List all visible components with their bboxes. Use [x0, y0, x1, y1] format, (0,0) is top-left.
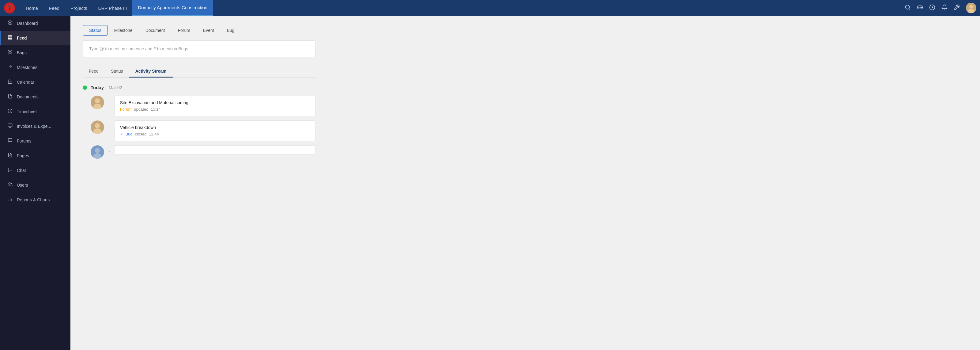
- activity-card[interactable]: Site Excavation and Material sorting For…: [114, 96, 315, 116]
- svg-point-27: [9, 183, 10, 184]
- feed-tab-activity[interactable]: Activity Stream: [129, 66, 173, 78]
- svg-rect-14: [8, 37, 12, 38]
- activity-card[interactable]: [114, 145, 315, 155]
- sidebar: Dashboard Feed Bugs Milestones Calendar: [0, 16, 70, 350]
- nav-item-erp[interactable]: ERP Phase III: [92, 0, 132, 16]
- activity-card[interactable]: Vehicle breakdown ✓ Bug closed 12:44: [114, 120, 315, 141]
- activity-meta: Forum updated 15:14: [120, 107, 310, 112]
- arrow-icon: ›: [108, 96, 110, 104]
- clock-icon[interactable]: [929, 4, 935, 12]
- nav-item-project[interactable]: Donnelly Apartments Construction: [132, 0, 213, 16]
- sidebar-label-timesheet: Timesheet: [17, 109, 37, 114]
- sidebar-label-documents: Documents: [17, 94, 38, 99]
- nav-item-home[interactable]: Home: [20, 0, 43, 16]
- forums-icon: [7, 138, 13, 144]
- nav-icons: [905, 3, 976, 13]
- calendar-icon: [7, 79, 13, 85]
- avatar: [91, 96, 104, 109]
- pages-icon: [7, 153, 13, 159]
- activity-title: Vehicle breakdown: [120, 125, 310, 130]
- sidebar-item-chat[interactable]: Chat: [0, 163, 70, 178]
- sidebar-label-feed: Feed: [17, 35, 27, 40]
- check-icon: ✓: [120, 132, 123, 136]
- search-icon[interactable]: [905, 4, 911, 12]
- tab-event[interactable]: Event: [197, 25, 221, 35]
- arrow-icon: ›: [108, 145, 110, 154]
- sidebar-item-milestones[interactable]: Milestones: [0, 60, 70, 75]
- nav-items: Home Feed Projects ERP Phase III Donnell…: [20, 0, 213, 16]
- activity-tag: Forum: [120, 107, 132, 112]
- tab-forum[interactable]: Forum: [171, 25, 196, 35]
- documents-icon: [7, 94, 13, 100]
- avatar: [91, 120, 104, 134]
- activity-date-sub: Mar 02: [109, 85, 122, 90]
- tab-document[interactable]: Document: [139, 25, 172, 35]
- svg-rect-13: [8, 35, 12, 37]
- sidebar-item-feed[interactable]: Feed: [0, 30, 70, 45]
- sidebar-item-invoices[interactable]: Invoices & Expe...: [0, 119, 70, 134]
- sidebar-item-reports[interactable]: Reports & Charts: [0, 192, 70, 207]
- timesheet-icon: [7, 109, 13, 115]
- tab-status[interactable]: Status: [83, 25, 108, 35]
- svg-rect-15: [8, 38, 12, 39]
- sidebar-item-timesheet[interactable]: Timesheet: [0, 104, 70, 119]
- tab-milestone[interactable]: Milestone: [108, 25, 139, 35]
- nav-item-feed[interactable]: Feed: [43, 0, 65, 16]
- activity-time: 12:44: [149, 132, 159, 136]
- activity-time: 15:14: [151, 107, 161, 112]
- sidebar-item-users[interactable]: Users: [0, 178, 70, 192]
- post-input[interactable]: Type @ to mention someone and # to menti…: [83, 40, 315, 57]
- svg-point-32: [95, 98, 100, 103]
- activity-title: Site Excavation and Material sorting: [120, 100, 310, 105]
- wrench-icon[interactable]: [954, 4, 960, 12]
- feed-view-tabs: Feed Status Activity Stream: [83, 66, 315, 78]
- svg-rect-17: [8, 80, 12, 84]
- activity-action: updated: [134, 107, 148, 112]
- gamepad-icon[interactable]: [917, 4, 923, 12]
- feed-tab-feed[interactable]: Feed: [83, 66, 105, 78]
- bell-icon[interactable]: [942, 4, 948, 12]
- svg-point-9: [969, 5, 973, 9]
- sidebar-label-dashboard: Dashboard: [17, 21, 38, 26]
- svg-point-2: [905, 5, 910, 9]
- activity-stream: Today Mar 02 › Site Excavation and Mater…: [83, 85, 315, 159]
- activity-action: closed: [135, 132, 147, 136]
- sidebar-label-pages: Pages: [17, 153, 29, 158]
- sidebar-label-chat: Chat: [17, 168, 26, 173]
- activity-meta: ✓ Bug closed 12:44: [120, 132, 310, 136]
- sidebar-item-bugs[interactable]: Bugs: [0, 45, 70, 60]
- app-layout: Dashboard Feed Bugs Milestones Calendar: [0, 16, 980, 350]
- sidebar-item-pages[interactable]: Pages: [0, 148, 70, 163]
- nav-item-projects[interactable]: Projects: [65, 0, 92, 16]
- sidebar-item-forums[interactable]: Forums: [0, 134, 70, 148]
- sidebar-item-documents[interactable]: Documents: [0, 89, 70, 104]
- svg-point-11: [8, 21, 12, 24]
- main-content: Status Milestone Document Forum Event Bu…: [70, 16, 980, 350]
- tab-bug[interactable]: Bug: [221, 25, 241, 35]
- svg-point-5: [921, 7, 921, 7]
- activity-date-row: Today Mar 02: [83, 85, 315, 90]
- activity-item: › Vehicle breakdown ✓ Bug closed 12:44: [91, 120, 315, 141]
- sidebar-item-calendar[interactable]: Calendar: [0, 75, 70, 89]
- reports-icon: [7, 197, 13, 203]
- svg-rect-22: [8, 124, 12, 126]
- dashboard-icon: [7, 20, 13, 26]
- sidebar-label-forums: Forums: [17, 139, 31, 144]
- sidebar-label-users: Users: [17, 183, 28, 187]
- avatar: [91, 145, 104, 159]
- sidebar-item-dashboard[interactable]: Dashboard: [0, 16, 70, 30]
- feed-tab-status[interactable]: Status: [105, 66, 129, 78]
- svg-point-38: [95, 148, 100, 153]
- app-logo[interactable]: 🐞: [4, 2, 15, 14]
- activity-tag: Bug: [126, 132, 133, 136]
- chat-icon: [7, 167, 13, 173]
- activity-indicator: [83, 86, 87, 90]
- sidebar-label-bugs: Bugs: [17, 50, 27, 55]
- activity-date-label: Today: [91, 85, 104, 90]
- feed-icon: [7, 35, 13, 41]
- sidebar-label-calendar: Calendar: [17, 80, 34, 85]
- user-avatar[interactable]: [966, 3, 976, 13]
- svg-point-12: [10, 22, 11, 23]
- users-icon: [7, 182, 13, 188]
- svg-point-35: [95, 123, 100, 128]
